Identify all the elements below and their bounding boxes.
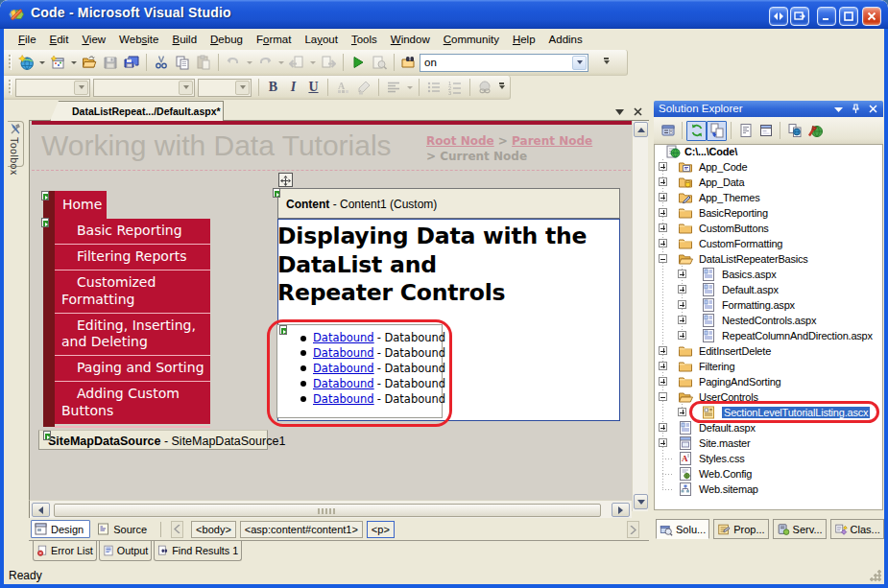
expand-icon[interactable]: [659, 162, 667, 171]
active-files-dropdown-icon[interactable]: [612, 105, 627, 118]
nav-item-3[interactable]: Customized Formatting: [55, 270, 210, 313]
tree-item-nestedcontrols.aspx[interactable]: NestedControls.aspx: [655, 313, 882, 328]
find-in-files-icon[interactable]: [398, 52, 420, 73]
collapse-icon[interactable]: [659, 254, 667, 263]
menu-view[interactable]: View: [75, 31, 112, 48]
copy-web-site-icon[interactable]: [784, 121, 804, 141]
combo-dropdown-icon[interactable]: [179, 81, 193, 95]
add-new-item-icon[interactable]: [47, 52, 68, 73]
expand-icon[interactable]: [659, 193, 667, 201]
tree-item-site.master[interactable]: Site.master: [655, 435, 882, 451]
expand-icon[interactable]: [659, 208, 667, 217]
hyperlink-icon[interactable]: [474, 77, 495, 98]
source-view-button[interactable]: Source: [94, 520, 153, 538]
font-color-icon[interactable]: A: [332, 77, 353, 98]
window-position-icon[interactable]: [831, 103, 845, 115]
panel-tab-serv[interactable]: Serv...: [773, 519, 827, 539]
close-button[interactable]: [862, 7, 881, 26]
tree-item-repeatcolumnanddirection.aspx[interactable]: RepeatColumnAndDirection.aspx: [655, 328, 882, 343]
nav-item-5[interactable]: Paging and Sorting: [55, 355, 210, 381]
new-website-icon[interactable]: [15, 52, 36, 73]
toolbar-options-icon[interactable]: [600, 52, 612, 73]
breadcrumb-parent-link[interactable]: Parent Node: [512, 134, 592, 148]
tree-item-app-themes[interactable]: App_Themes: [655, 190, 882, 205]
aspnet-configuration-icon[interactable]: [804, 121, 825, 141]
menu-format[interactable]: Format: [250, 31, 298, 48]
menu-edit[interactable]: Edit: [43, 31, 76, 48]
refresh-icon[interactable]: [686, 121, 707, 141]
dropdown-arrow-icon[interactable]: [244, 52, 254, 73]
start-debugging-icon[interactable]: [348, 52, 369, 73]
vertical-scrollbar[interactable]: [632, 121, 648, 511]
italic-icon[interactable]: I: [283, 77, 303, 98]
tree-item-basics.aspx[interactable]: Basics.aspx: [655, 267, 882, 282]
scroll-down-icon[interactable]: [634, 494, 648, 509]
content-glyph-icon[interactable]: [273, 188, 280, 198]
panel-tab-solu[interactable]: Solu...: [656, 519, 709, 539]
tree-item-styles.css[interactable]: AStyles.css: [655, 451, 882, 466]
nav-item-2[interactable]: Filtering Reports: [55, 244, 210, 270]
toolbox-tab[interactable]: Toolbox: [8, 121, 24, 167]
properties-icon[interactable]: [658, 121, 678, 141]
toolbar-options-icon[interactable]: [495, 77, 508, 98]
numbered-list-icon[interactable]: 123: [444, 77, 466, 98]
smds-glyph-icon[interactable]: [43, 431, 51, 440]
dock-arrows-button[interactable]: [769, 7, 788, 26]
tab-error-list[interactable]: Error List: [33, 541, 97, 561]
expand-icon[interactable]: [659, 438, 667, 447]
tree-item-basicreporting[interactable]: BasicReporting: [655, 205, 882, 221]
nav-item-4[interactable]: Editing, Inserting, and Deleting: [55, 313, 210, 356]
resize-grip[interactable]: [869, 569, 882, 582]
menu-build[interactable]: Build: [165, 31, 204, 48]
menu-help[interactable]: Help: [506, 31, 542, 48]
expand-icon[interactable]: [678, 285, 686, 294]
tag-nav-p[interactable]: <p>: [367, 521, 395, 538]
dropdown-arrow-icon[interactable]: [404, 77, 415, 98]
tab-output[interactable]: Output: [99, 541, 152, 561]
tree-item-formatting.aspx[interactable]: Formatting.aspx: [655, 297, 882, 313]
panel-tab-prop[interactable]: Prop...: [713, 519, 768, 539]
design-surface[interactable]: Working with Data Tutorials Root Node > …: [29, 121, 632, 500]
toolbar-grip[interactable]: [9, 55, 12, 70]
view-code-icon[interactable]: [735, 121, 756, 141]
dropdown-arrow-icon[interactable]: [68, 52, 79, 73]
nest-related-files-icon[interactable]: [707, 121, 727, 141]
menu-window[interactable]: Window: [384, 31, 437, 48]
tree-item-customformatting[interactable]: CustomFormatting: [655, 236, 882, 251]
underline-icon[interactable]: U: [303, 77, 324, 98]
content-control-header[interactable]: Content - Content1 (Custom): [277, 188, 620, 219]
nav-item-home[interactable]: Home: [55, 191, 107, 219]
bold-icon[interactable]: B: [263, 77, 283, 98]
navigate-backward-icon[interactable]: [286, 52, 307, 73]
expand-icon[interactable]: [678, 331, 686, 340]
tag-nav-left-icon[interactable]: [171, 521, 183, 538]
horizontal-scroll-thumb[interactable]: [54, 504, 601, 517]
expand-icon[interactable]: [678, 316, 686, 324]
combo-dropdown-icon[interactable]: [74, 81, 88, 95]
expand-icon[interactable]: [678, 270, 686, 278]
preview-in-browser-icon[interactable]: [369, 52, 390, 73]
tree-item-datalistrepeaterbasics[interactable]: DataListRepeaterBasics: [655, 251, 882, 267]
menu-file[interactable]: File: [12, 31, 43, 48]
expand-icon[interactable]: [678, 408, 686, 416]
expand-icon[interactable]: [659, 362, 667, 370]
tab-find-results-1[interactable]: Find Results 1: [154, 541, 242, 561]
minimize-button[interactable]: [817, 7, 836, 26]
float-window-button[interactable]: [790, 7, 809, 26]
expand-icon[interactable]: [678, 300, 686, 309]
scroll-left-icon[interactable]: [32, 503, 50, 517]
combo-dropdown-icon[interactable]: [572, 56, 587, 70]
scroll-right-icon[interactable]: [612, 503, 630, 517]
expand-icon[interactable]: [659, 223, 667, 232]
combo-dropdown-icon[interactable]: [235, 81, 250, 95]
copy-icon[interactable]: [172, 52, 193, 73]
undo-icon[interactable]: [223, 52, 244, 73]
tree-item-web.config[interactable]: Web.Config: [655, 466, 882, 482]
formatting-combo[interactable]: [15, 79, 90, 97]
save-all-icon[interactable]: [121, 52, 142, 73]
bullet-list-icon[interactable]: [423, 77, 444, 98]
expand-icon[interactable]: [659, 377, 667, 386]
expand-icon[interactable]: [659, 346, 667, 355]
tree-item-pagingandsorting[interactable]: PagingAndSorting: [655, 374, 882, 389]
tree-item-default.aspx[interactable]: Default.aspx: [655, 282, 882, 297]
